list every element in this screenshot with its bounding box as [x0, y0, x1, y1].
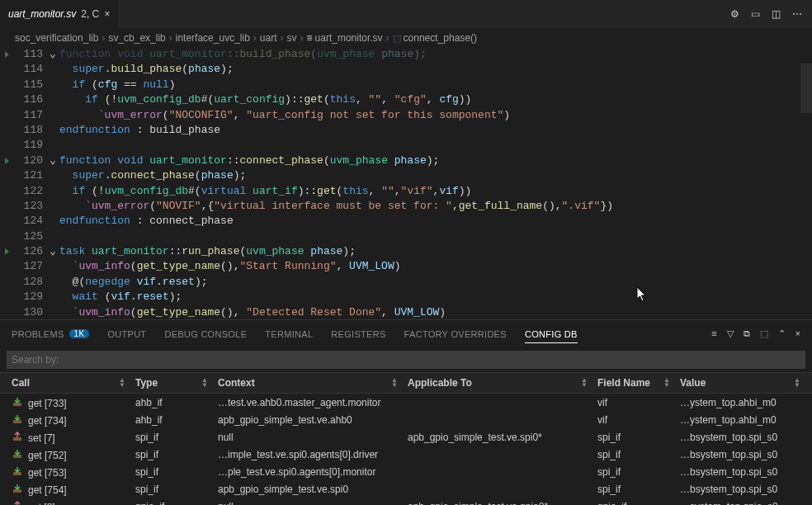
table-row[interactable]: get [754]spi_ifapb_gpio_simple_test.ve.s…	[0, 480, 812, 498]
table-row[interactable]: get [734]ahb_ifapb_gpio_simple_test.ve.a…	[0, 411, 812, 428]
copy-icon[interactable]: ⧉	[744, 328, 750, 339]
th-applicable[interactable]: Applicable To▲▼	[403, 377, 592, 389]
set-icon	[12, 431, 23, 442]
th-context[interactable]: Context▲▼	[213, 377, 403, 389]
minimap-slider[interactable]	[800, 64, 812, 113]
table-body: get [733]ahb_if…test.ve.ahb0.master_agen…	[0, 394, 812, 505]
breadcrumb-part[interactable]: sv	[287, 32, 297, 44]
sort-icon[interactable]: ▲▼	[119, 378, 125, 388]
problem-count-badge: 1K	[69, 329, 90, 338]
svg-rect-2	[13, 437, 21, 441]
get-icon	[12, 413, 23, 425]
panel-toggle-icon[interactable]: ▭	[751, 8, 760, 20]
panel-tab-output[interactable]: OUTPUT	[107, 329, 146, 339]
breadcrumb-part[interactable]: interface_uvc_lib	[176, 32, 250, 44]
panel-tabs: PROBLEMS1KOUTPUTDEBUG CONSOLETERMINALREG…	[0, 320, 812, 347]
breadcrumb-part[interactable]: sv_cb_ex_lib	[108, 32, 165, 44]
tab-badge: 2, C	[81, 8, 99, 20]
filter-icon[interactable]: ▽	[727, 328, 734, 339]
sort-icon[interactable]: ▲▼	[581, 378, 588, 388]
breadcrumb-part[interactable]: soc_verification_lib	[15, 32, 98, 44]
panel-tab-debug-console[interactable]: DEBUG CONSOLE	[164, 329, 247, 339]
table-row[interactable]: get [753]spi_if…ple_test.ve.spi0.agents[…	[0, 463, 812, 480]
sort-icon[interactable]: ▲▼	[391, 378, 398, 388]
th-call[interactable]: Call▲▼	[7, 377, 130, 389]
table-row[interactable]: set [8]gpio_ifnullapb_gpio_simple_test.v…	[0, 498, 812, 505]
search-bar	[0, 347, 812, 372]
th-value[interactable]: Value▲▼	[675, 377, 805, 389]
set-icon	[12, 500, 23, 506]
get-icon	[12, 448, 23, 460]
table-row[interactable]: set [7]spi_ifnullapb_gpio_simple_test.ve…	[0, 428, 812, 446]
th-type[interactable]: Type▲▼	[130, 377, 213, 389]
breadcrumb[interactable]: soc_verification_lib› sv_cb_ex_lib› inte…	[0, 29, 812, 47]
editor-tab[interactable]: uart_monitor.sv 2, C ×	[0, 0, 118, 29]
more-icon[interactable]: ⋯	[792, 8, 802, 20]
get-icon	[12, 396, 23, 408]
table-header: Call▲▼ Type▲▼ Context▲▼ Applicable To▲▼ …	[0, 372, 812, 394]
titlebar-actions: ⚙ ▭ ◫ ⋯	[730, 8, 812, 20]
panel-tab-terminal[interactable]: TERMINAL	[265, 329, 313, 339]
split-icon[interactable]: ◫	[772, 8, 781, 20]
sort-icon[interactable]: ▲▼	[794, 378, 800, 388]
sort-icon[interactable]: ▲▼	[663, 378, 670, 388]
chevron-up-icon[interactable]: ⌃	[778, 328, 786, 339]
th-field[interactable]: Field Name▲▼	[592, 377, 675, 389]
close-icon[interactable]: ×	[104, 8, 110, 20]
tab-filename: uart_monitor.sv	[8, 8, 76, 20]
minimap[interactable]	[800, 47, 812, 319]
bottom-panel: PROBLEMS1KOUTPUTDEBUG CONSOLETERMINALREG…	[0, 319, 812, 505]
titlebar: uart_monitor.sv 2, C × ⚙ ▭ ◫ ⋯	[0, 0, 812, 29]
gutter-marks	[0, 47, 13, 319]
close-panel-icon[interactable]: ×	[795, 328, 800, 339]
get-icon	[12, 483, 23, 494]
breadcrumb-part[interactable]: uart	[260, 32, 277, 44]
get-icon	[12, 465, 23, 477]
panel-actions: ≡ ▽ ⧉ ⬚ ⌃ ×	[711, 328, 800, 339]
gear-icon[interactable]: ⚙	[730, 8, 739, 20]
table-row[interactable]: get [733]ahb_if…test.ve.ahb0.master_agen…	[0, 394, 812, 411]
table-row[interactable]: get [752]spi_if…imple_test.ve.spi0.agent…	[0, 446, 812, 463]
panel-tab-factory-overrides[interactable]: FACTORY OVERRIDES	[404, 329, 507, 339]
search-input[interactable]	[7, 351, 805, 369]
panel-tab-problems[interactable]: PROBLEMS1K	[12, 329, 89, 339]
sort-icon[interactable]: ▲▼	[201, 378, 208, 388]
code-editor[interactable]: 1131141151161171181191201211221231241251…	[0, 47, 812, 319]
line-numbers: 1131141151161171181191201211221231241251…	[13, 47, 46, 319]
list-icon[interactable]: ≡	[711, 328, 716, 339]
panel-tab-registers[interactable]: REGISTERS	[331, 329, 385, 339]
panel-tab-config-db[interactable]: CONFIG DB	[525, 329, 578, 343]
fold-column[interactable]: ⌄⌄⌄	[46, 47, 59, 319]
breadcrumb-file[interactable]: ≡uart_monitor.sv	[307, 32, 383, 44]
breadcrumb-symbol[interactable]: ⬚connect_phase()	[393, 32, 477, 44]
new-window-icon[interactable]: ⬚	[760, 328, 768, 339]
code-area[interactable]: function void uart_monitor::build_phase(…	[59, 47, 812, 319]
